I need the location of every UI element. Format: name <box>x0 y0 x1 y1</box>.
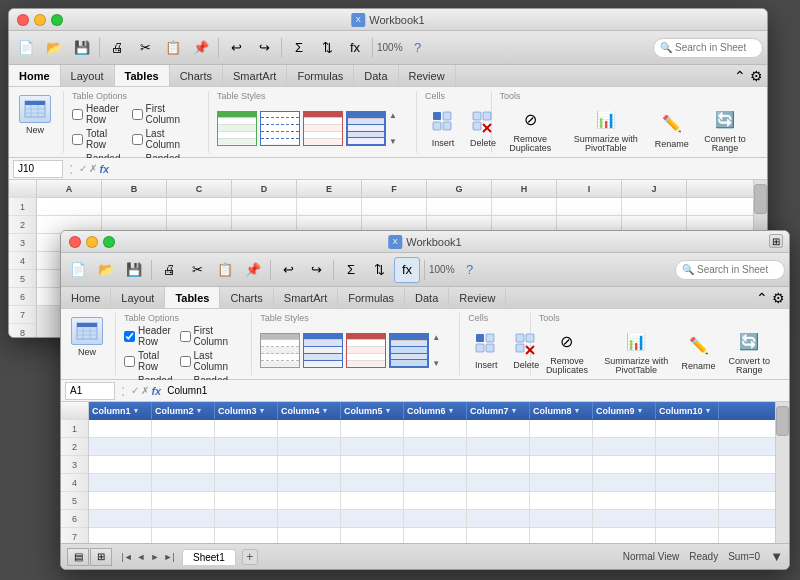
new-btn[interactable]: 📄 <box>13 35 39 61</box>
style-thumb-4-back[interactable] <box>346 111 386 146</box>
first-col-cb-front[interactable]: First Column <box>180 325 244 347</box>
x-mark-back[interactable]: ✗ <box>89 163 97 174</box>
x-mark-front[interactable]: ✗ <box>141 385 149 396</box>
style-nav-up-front[interactable]: ▲ <box>432 333 440 342</box>
style-nav-down[interactable]: ▼ <box>389 137 397 146</box>
style-thumb-2-front[interactable] <box>303 333 343 368</box>
last-col-cb-back[interactable]: Last Column <box>132 128 200 150</box>
dropdown-10[interactable]: ▼ <box>705 407 712 414</box>
print-btn[interactable]: 🖨 <box>104 35 130 61</box>
first-col-cb-back[interactable]: First Column <box>132 103 200 125</box>
tab-data-front[interactable]: Data <box>405 287 449 308</box>
ribbon-options-btn[interactable]: ⚙ <box>750 68 763 84</box>
col-a-header-back[interactable]: A <box>37 180 102 197</box>
new-btn-front[interactable]: 📄 <box>65 257 91 283</box>
tab-formulas-back[interactable]: Formulas <box>287 65 354 86</box>
close-button[interactable] <box>17 14 29 26</box>
tab-tables-front[interactable]: Tables <box>165 287 220 308</box>
tab-review-front[interactable]: Review <box>449 287 506 308</box>
add-sheet-btn[interactable]: + <box>242 549 258 565</box>
col-header-5[interactable]: Column5 ▼ <box>341 402 404 419</box>
cell-e1-back[interactable] <box>297 198 362 215</box>
rename-btn-back[interactable]: ✏️ Rename <box>651 107 693 151</box>
style-nav-down-front[interactable]: ▼ <box>432 359 440 368</box>
pivot-btn-front[interactable]: 📊 Summarize with PivotTable <box>599 325 674 377</box>
collapse-window-btn[interactable]: ⊞ <box>769 234 783 248</box>
total-row-cb-front[interactable]: Total Row <box>124 350 178 372</box>
minimize-button-front[interactable] <box>86 236 98 248</box>
col-h-header-back[interactable]: H <box>492 180 557 197</box>
scrollbar-front[interactable] <box>775 402 789 543</box>
undo-btn[interactable]: ↩ <box>223 35 249 61</box>
dropdown-4[interactable]: ▼ <box>322 407 329 414</box>
convert-btn-front[interactable]: 🔄 Convert to Range <box>724 325 775 377</box>
tab-review-back[interactable]: Review <box>399 65 456 86</box>
dropdown-3[interactable]: ▼ <box>259 407 266 414</box>
last-col-checkbox-back[interactable] <box>132 134 143 145</box>
first-col-checkbox-front[interactable] <box>180 331 191 342</box>
sort-btn[interactable]: ⇅ <box>314 35 340 61</box>
cell-j1-back[interactable] <box>622 198 687 215</box>
col-header-4[interactable]: Column4 ▼ <box>278 402 341 419</box>
cut-btn[interactable]: ✂ <box>132 35 158 61</box>
new-table-btn[interactable]: New <box>15 91 55 139</box>
zoom-button[interactable] <box>51 14 63 26</box>
rename-btn-front[interactable]: ✏️ Rename <box>678 329 720 373</box>
view-normal-icon[interactable]: ▤ <box>67 548 89 566</box>
header-row-cb-front[interactable]: Header Row <box>124 325 178 347</box>
tab-layout-back[interactable]: Layout <box>61 65 115 86</box>
check-mark-back[interactable]: ✓ <box>79 163 87 174</box>
formula-btn-front[interactable]: fx <box>394 257 420 283</box>
col-header-1[interactable]: Column1 ▼ <box>89 402 152 419</box>
delete-btn-back[interactable]: Delete <box>465 106 501 150</box>
style-thumb-4-front[interactable] <box>389 333 429 368</box>
close-button-front[interactable] <box>69 236 81 248</box>
search-input-front[interactable] <box>697 264 772 275</box>
cut-btn-front[interactable]: ✂ <box>184 257 210 283</box>
style-thumb-1-front[interactable] <box>260 333 300 368</box>
open-btn-front[interactable]: 📂 <box>93 257 119 283</box>
dropdown-2[interactable]: ▼ <box>196 407 203 414</box>
total-row-checkbox-front[interactable] <box>124 356 135 367</box>
col-c-header-back[interactable]: C <box>167 180 232 197</box>
fx-btn-front[interactable]: fx <box>151 385 161 397</box>
sum-btn-front[interactable]: Σ <box>338 257 364 283</box>
col-header-10[interactable]: Column10 ▼ <box>656 402 719 419</box>
tab-data-back[interactable]: Data <box>354 65 398 86</box>
col-header-8[interactable]: Column8 ▼ <box>530 402 593 419</box>
col-header-2[interactable]: Column2 ▼ <box>152 402 215 419</box>
tab-charts-front[interactable]: Charts <box>220 287 273 308</box>
formula-btn[interactable]: fx <box>342 35 368 61</box>
tab-formulas-front[interactable]: Formulas <box>338 287 405 308</box>
tab-tables-back[interactable]: Tables <box>115 65 170 86</box>
nav-first-btn[interactable]: |◄ <box>120 550 134 564</box>
header-row-cb-back[interactable]: Header Row <box>72 103 130 125</box>
col-d-header-back[interactable]: D <box>232 180 297 197</box>
dropdown-9[interactable]: ▼ <box>637 407 644 414</box>
ribbon-options-btn-front[interactable]: ⚙ <box>772 290 785 306</box>
copy-btn-front[interactable]: 📋 <box>212 257 238 283</box>
remove-dup-btn-back[interactable]: ⊘ Remove Duplicates <box>500 103 561 155</box>
save-btn[interactable]: 💾 <box>69 35 95 61</box>
open-btn[interactable]: 📂 <box>41 35 67 61</box>
cell-d1-back[interactable] <box>232 198 297 215</box>
cell-h1-back[interactable] <box>492 198 557 215</box>
dropdown-1[interactable]: ▼ <box>133 407 140 414</box>
collapse-ribbon-btn-front[interactable]: ⌃ <box>756 290 768 306</box>
col-header-9[interactable]: Column9 ▼ <box>593 402 656 419</box>
last-col-checkbox-front[interactable] <box>180 356 191 367</box>
scrollbar-thumb-back[interactable] <box>754 184 767 214</box>
new-table-btn-front[interactable]: New <box>67 313 107 361</box>
dropdown-5[interactable]: ▼ <box>385 407 392 414</box>
style-thumb-1-back[interactable] <box>217 111 257 146</box>
cell-a1-back[interactable] <box>37 198 102 215</box>
dropdown-8[interactable]: ▼ <box>574 407 581 414</box>
convert-btn-back[interactable]: 🔄 Convert to Range <box>697 103 753 155</box>
scrollbar-thumb-front[interactable] <box>776 406 789 436</box>
first-col-checkbox-back[interactable] <box>132 109 143 120</box>
dropdown-6[interactable]: ▼ <box>448 407 455 414</box>
cell-b1-back[interactable] <box>102 198 167 215</box>
cell-f1-back[interactable] <box>362 198 427 215</box>
nav-next-btn[interactable]: ► <box>148 550 162 564</box>
search-box[interactable]: 🔍 <box>653 38 763 58</box>
